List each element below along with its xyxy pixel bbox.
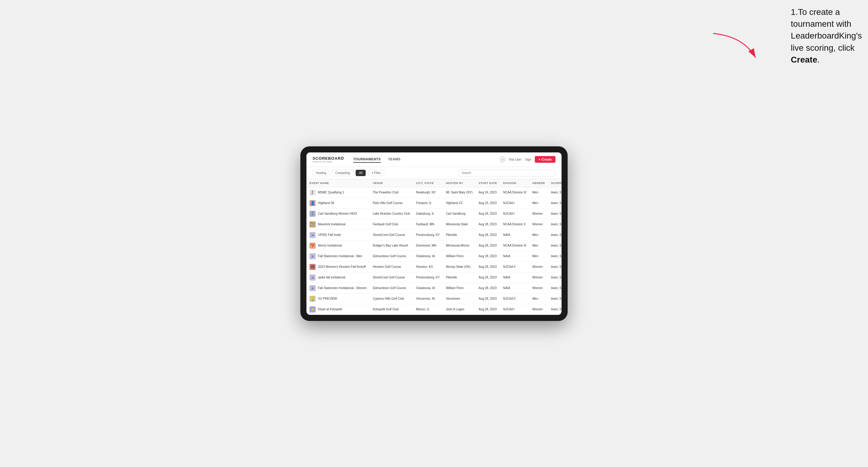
table-body: 🏌 MSMC Qualifying 1 The Powelton Club Ne… — [306, 187, 562, 315]
cell-scoring: team, Stroke Play — [548, 208, 562, 219]
col-city-state: CITY, STATE — [413, 179, 443, 187]
cell-start-date: Aug 28, 2023 — [475, 261, 500, 272]
cell-division: NAIA — [500, 229, 529, 240]
tablet-screen: SCOREBOARD Powered by Clippt TOURNAMENTS… — [306, 152, 562, 315]
cell-city-state: Newburgh, NY — [413, 187, 443, 198]
search-input[interactable] — [458, 169, 556, 177]
cell-hosted-by: Murray State (OK) — [443, 261, 475, 272]
event-name-text: UPIKE Fall Invite — [318, 233, 341, 237]
event-icon: 🏌 — [309, 189, 315, 195]
cell-division: NJCAA II — [500, 261, 529, 272]
cell-hosted-by: John A Logan — [443, 304, 475, 315]
event-icon: 🐻 — [309, 264, 315, 270]
cell-gender: Women — [529, 219, 548, 229]
table-row: ⚡ Klash at Kokopelli Kokopelli Golf Club… — [306, 304, 562, 315]
event-name-text: Morris Invitational — [318, 244, 342, 247]
cell-gender: Women — [529, 208, 548, 219]
event-icon: ⚔ — [309, 253, 315, 259]
cell-city-state: Marion, IL — [413, 304, 443, 315]
cell-event-name: 🐃 Maverick Invitational — [306, 219, 370, 229]
cell-division: NCAA Division II — [500, 219, 529, 229]
cell-venue: Edmundson Golf Course — [370, 283, 413, 293]
event-name-text: 2023 Women's Hesston Fall Kickoff — [318, 265, 366, 269]
cell-venue: StoneCrest Golf Course — [370, 272, 413, 283]
nav-tab-teams[interactable]: TEAMS — [388, 156, 401, 163]
cell-city-state: Oskaloosa, IA — [413, 251, 443, 261]
annotation-text: 1.To create a tournament with Leaderboar… — [791, 6, 862, 66]
tournaments-table-container: EVENT NAME VENUE CITY, STATE HOSTED BY S… — [306, 179, 562, 315]
competing-filter-button[interactable]: Competing — [332, 170, 353, 176]
cell-scoring: team, Stroke Play — [548, 251, 562, 261]
cell-event-name: 🏆 VU PREVIEW — [306, 293, 370, 304]
cell-division: NCAA Division III — [500, 187, 529, 198]
cell-division: NJCAA II — [500, 293, 529, 304]
col-hosted-by: HOSTED BY — [443, 179, 475, 187]
cell-hosted-by: Carl Sandburg — [443, 208, 475, 219]
table-header-row: EVENT NAME VENUE CITY, STATE HOSTED BY S… — [306, 179, 562, 187]
cell-event-name: ⚔ Fall Statesmen Invitational - Men — [306, 251, 370, 261]
cell-hosted-by: Pikeville — [443, 229, 475, 240]
cell-division: NAIA — [500, 283, 529, 293]
cell-event-name: ⚡ Klash at Kokopelli — [306, 304, 370, 315]
cell-city-state: Faribault, MN — [413, 219, 443, 229]
cell-city-state: Prestonsburg, KY — [413, 229, 443, 240]
table-row: 🐃 Maverick Invitational Faribault Golf C… — [306, 219, 562, 229]
cell-gender: Women — [529, 272, 548, 283]
cell-city-state: Hesston, KS — [413, 261, 443, 272]
top-navigation-bar: SCOREBOARD Powered by Clippt TOURNAMENTS… — [306, 152, 562, 167]
event-name-text: VU PREVIEW — [318, 297, 337, 300]
sign-in-label[interactable]: Sign — [525, 158, 531, 161]
cell-hosted-by: Mt. Saint Mary (NY) — [443, 187, 475, 198]
cell-venue: The Powelton Club — [370, 187, 413, 198]
cell-event-name: 🐻 2023 Women's Hesston Fall Kickoff — [306, 261, 370, 272]
cell-city-state: Prestonsburg, KY — [413, 272, 443, 283]
cell-city-state: Oskaloosa, IA — [413, 283, 443, 293]
cell-event-name: 🏌 MSMC Qualifying 1 — [306, 187, 370, 198]
cell-gender: Men — [529, 229, 548, 240]
cell-division: NJCAA I — [500, 304, 529, 315]
event-name-text: upike fall invitational — [318, 276, 345, 279]
cell-city-state: Freeport, IL — [413, 198, 443, 208]
app-logo: SCOREBOARD — [312, 156, 344, 161]
tablet-device: SCOREBOARD Powered by Clippt TOURNAMENTS… — [300, 146, 568, 321]
cell-hosted-by: William Penn — [443, 283, 475, 293]
table-row: 🏆 VU PREVIEW Cypress Hills Golf Club Vin… — [306, 293, 562, 304]
settings-icon[interactable]: ⚙ — [500, 157, 505, 162]
all-filter-button[interactable]: All — [355, 170, 366, 176]
cell-gender: Men — [529, 187, 548, 198]
event-icon: 👤 — [309, 200, 315, 206]
cell-city-state: Deerwood, MN — [413, 240, 443, 251]
table-row: ⚔ UPIKE Fall Invite StoneCrest Golf Cour… — [306, 229, 562, 240]
cell-hosted-by: William Penn — [443, 251, 475, 261]
filter-icon-button[interactable]: ≡ Filter — [368, 170, 384, 176]
logo-area: SCOREBOARD Powered by Clippt — [312, 156, 344, 163]
hosting-filter-button[interactable]: Hosting — [312, 170, 330, 176]
cell-venue: Ruttger's Bay Lake Resort — [370, 240, 413, 251]
tournaments-table: EVENT NAME VENUE CITY, STATE HOSTED BY S… — [306, 179, 562, 315]
table-row: 👤 Highland 36 Park Hills Golf Course Fre… — [306, 198, 562, 208]
cell-venue: Kokopelli Golf Club — [370, 304, 413, 315]
col-division: DIVISION — [500, 179, 529, 187]
cell-city-state: Galesburg, IL — [413, 208, 443, 219]
cell-hosted-by: Highland CC — [443, 198, 475, 208]
create-button[interactable]: + Create — [535, 156, 556, 163]
cell-venue: Faribault Golf Club — [370, 219, 413, 229]
cell-event-name: ⚔ Fall Statesmen Invitational - Women — [306, 283, 370, 293]
nav-tab-tournaments[interactable]: TOURNAMENTS — [353, 156, 381, 163]
cell-scoring: team, Stroke Play — [548, 198, 562, 208]
cell-start-date: Aug 28, 2023 — [475, 304, 500, 315]
cell-division: NAIA — [500, 272, 529, 283]
search-wrapper — [386, 169, 556, 177]
cell-scoring: team, Stroke Play — [548, 272, 562, 283]
cell-scoring: team, Stroke Play — [548, 261, 562, 272]
table-row: 🐻 2023 Women's Hesston Fall Kickoff Hess… — [306, 261, 562, 272]
col-scoring: SCORING — [548, 179, 562, 187]
cell-scoring: team, Stroke Play — [548, 229, 562, 240]
cell-venue: Hesston Golf Course — [370, 261, 413, 272]
cell-scoring: team, Stroke Play — [548, 187, 562, 198]
cell-venue: Lake Bracken Country Club — [370, 208, 413, 219]
event-name-text: Maverick Invitational — [318, 223, 346, 226]
cell-scoring: team, Stroke Play — [548, 293, 562, 304]
cell-event-name: 🦊 Morris Invitational — [306, 240, 370, 251]
cell-start-date: Aug 28, 2023 — [475, 251, 500, 261]
